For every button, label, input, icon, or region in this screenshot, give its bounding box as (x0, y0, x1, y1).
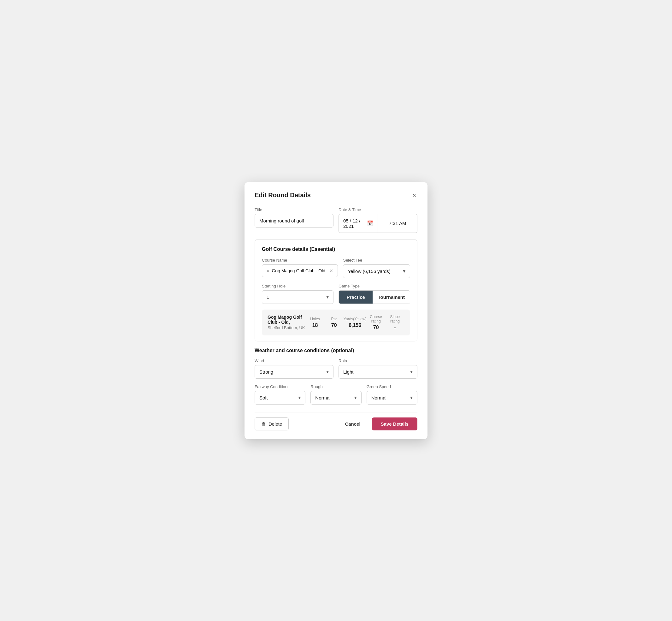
course-rating-value: 70 (367, 325, 385, 330)
calendar-icon: 📅 (367, 220, 373, 226)
starting-hole-wrapper: 1 2 10 ▼ (262, 290, 333, 304)
game-type-toggle: Practice Tournament (339, 290, 410, 304)
fairway-label: Fairway Conditions (255, 384, 305, 389)
slope-rating-value: - (385, 325, 405, 330)
golf-course-section: Golf Course details (Essential) Course N… (255, 239, 417, 341)
wind-dropdown[interactable]: Strong None Light Moderate Very Strong (255, 365, 333, 379)
starting-hole-label: Starting Hole (262, 284, 333, 288)
rain-label: Rain (339, 359, 417, 363)
yards-label: Yards(Yellow) (344, 317, 367, 321)
wind-group: Wind Strong None Light Moderate Very Str… (255, 359, 333, 379)
date-time-group: 05 / 12 / 2021 📅 7:31 AM (339, 214, 417, 233)
par-value: 70 (325, 323, 344, 328)
title-input[interactable] (255, 214, 333, 227)
rain-dropdown[interactable]: Light None Moderate Heavy (339, 365, 417, 379)
cancel-button[interactable]: Cancel (340, 418, 365, 430)
golf-course-title: Golf Course details (Essential) (262, 246, 410, 252)
search-icon: ● (266, 268, 269, 273)
course-name-input[interactable] (271, 268, 327, 273)
date-value: 05 / 12 / 2021 (343, 218, 367, 229)
delete-label: Delete (268, 421, 282, 427)
fairway-group: Fairway Conditions Soft Normal Hard Very… (255, 384, 305, 405)
datetime-label: Date & Time (339, 207, 417, 212)
trash-icon: 🗑 (261, 421, 266, 427)
time-input[interactable]: 7:31 AM (378, 214, 417, 233)
course-rating-stat: Course rating 70 (367, 315, 385, 330)
par-stat: Par 70 (325, 317, 344, 328)
edit-round-modal: Edit Round Details × Title Date & Time 0… (245, 182, 427, 439)
starting-hole-dropdown[interactable]: 1 2 10 (262, 290, 333, 304)
course-name-label: Course Name (262, 258, 338, 262)
game-type-label: Game Type (339, 284, 410, 288)
practice-button[interactable]: Practice (339, 291, 373, 303)
course-tee-row: Course Name ● ✕ Select Tee Yellow (6,156… (262, 258, 410, 278)
par-label: Par (325, 317, 344, 321)
rough-wrapper: Normal Short Long Very Long ▼ (310, 391, 361, 405)
top-row: Title Date & Time 05 / 12 / 2021 📅 7:31 … (255, 207, 417, 233)
rough-group: Rough Normal Short Long Very Long ▼ (310, 384, 361, 405)
course-info-name: Gog Magog Golf Club - Old, Shelford Bott… (267, 315, 305, 330)
modal-header: Edit Round Details × (255, 191, 417, 200)
clear-course-icon[interactable]: ✕ (329, 268, 333, 273)
select-tee-dropdown[interactable]: Yellow (6,156 yards) (343, 264, 410, 278)
close-button[interactable]: × (411, 191, 417, 200)
select-tee-label: Select Tee (343, 258, 410, 262)
rough-label: Rough (310, 384, 361, 389)
select-tee-wrapper: Yellow (6,156 yards) ▼ (343, 264, 410, 278)
fairway-dropdown[interactable]: Soft Normal Hard Very Hard (255, 391, 305, 405)
footer-right: Cancel Save Details (340, 417, 417, 430)
holes-label: Holes (305, 317, 324, 321)
green-speed-label: Green Speed (367, 384, 417, 389)
yards-value: 6,156 (344, 323, 367, 328)
starting-hole-group: Starting Hole 1 2 10 ▼ (262, 284, 333, 304)
yards-stat: Yards(Yellow) 6,156 (344, 317, 367, 328)
wind-rain-row: Wind Strong None Light Moderate Very Str… (255, 359, 417, 379)
course-info-card: Gog Magog Golf Club - Old, Shelford Bott… (262, 309, 410, 335)
green-speed-group: Green Speed Normal Slow Fast Very Fast ▼ (367, 384, 417, 405)
rough-dropdown[interactable]: Normal Short Long Very Long (310, 391, 361, 405)
conditions-row: Fairway Conditions Soft Normal Hard Very… (255, 384, 417, 405)
select-tee-group: Select Tee Yellow (6,156 yards) ▼ (343, 258, 410, 278)
course-location: Shelford Bottom, UK (267, 325, 305, 330)
holes-stat: Holes 18 (305, 317, 324, 328)
course-name-input-wrapper[interactable]: ● ✕ (262, 264, 338, 277)
holes-value: 18 (305, 323, 324, 328)
game-type-group: Game Type Practice Tournament (339, 284, 410, 304)
hole-gametype-row: Starting Hole 1 2 10 ▼ Game Type Practic… (262, 284, 410, 304)
course-name-group: Course Name ● ✕ (262, 258, 338, 278)
date-input[interactable]: 05 / 12 / 2021 📅 (339, 214, 378, 233)
time-value: 7:31 AM (389, 220, 406, 226)
slope-rating-label: Slope rating (385, 315, 405, 323)
title-field-group: Title (255, 207, 333, 233)
tournament-button[interactable]: Tournament (373, 291, 410, 303)
delete-button[interactable]: 🗑 Delete (255, 417, 289, 430)
rain-wrapper: Light None Moderate Heavy ▼ (339, 365, 417, 379)
slope-rating-stat: Slope rating - (385, 315, 405, 330)
datetime-field-group: Date & Time 05 / 12 / 2021 📅 7:31 AM (339, 207, 417, 233)
weather-section: Weather and course conditions (optional)… (255, 348, 417, 405)
wind-label: Wind (255, 359, 333, 363)
wind-wrapper: Strong None Light Moderate Very Strong ▼ (255, 365, 333, 379)
footer-row: 🗑 Delete Cancel Save Details (255, 412, 417, 430)
weather-title: Weather and course conditions (optional) (255, 348, 417, 354)
green-speed-wrapper: Normal Slow Fast Very Fast ▼ (367, 391, 417, 405)
course-rating-label: Course rating (367, 315, 385, 323)
title-label: Title (255, 207, 333, 212)
rain-group: Rain Light None Moderate Heavy ▼ (339, 359, 417, 379)
course-name-display: Gog Magog Golf Club - Old, (267, 315, 305, 325)
green-speed-dropdown[interactable]: Normal Slow Fast Very Fast (367, 391, 417, 405)
fairway-wrapper: Soft Normal Hard Very Hard ▼ (255, 391, 305, 405)
save-button[interactable]: Save Details (372, 417, 417, 430)
modal-title: Edit Round Details (255, 192, 311, 199)
